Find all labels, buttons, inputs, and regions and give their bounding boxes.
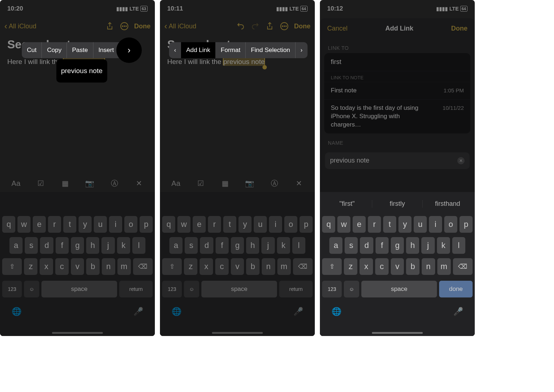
key-s[interactable]: s — [345, 237, 358, 254]
shift-key[interactable]: ⇧ — [2, 258, 22, 275]
key-a[interactable]: a — [9, 237, 23, 254]
key-j[interactable]: j — [261, 237, 274, 254]
search-result-1[interactable]: So today is the first day of using iPhon… — [324, 99, 470, 133]
emoji-key[interactable]: ☺ — [184, 281, 199, 297]
key-f[interactable]: f — [216, 237, 229, 254]
keyboard[interactable]: qwertyuiop asdfghjkl ⇧ zxcvbnm ⌫ 123 ☺ s… — [0, 192, 155, 336]
mic-icon[interactable]: 🎤 — [453, 307, 463, 316]
markup-icon[interactable]: Ⓐ — [269, 179, 280, 188]
search-result-0[interactable]: First note 1:05 PM — [324, 82, 470, 99]
table-icon[interactable]: ▦ — [220, 179, 230, 188]
key-b[interactable]: b — [246, 258, 260, 275]
emoji-key[interactable]: ☺ — [24, 281, 39, 297]
cancel-button[interactable]: Cancel — [327, 25, 348, 32]
key-u[interactable]: u — [414, 216, 427, 233]
key-t[interactable]: t — [383, 216, 396, 233]
suggestion-0[interactable]: "first" — [322, 200, 372, 208]
key-s[interactable]: s — [25, 237, 38, 254]
key-p[interactable]: p — [300, 216, 313, 233]
key-f[interactable]: f — [56, 237, 69, 254]
more-icon[interactable] — [120, 21, 129, 31]
numbers-key[interactable]: 123 — [322, 281, 342, 297]
emoji-key[interactable]: ☺ — [344, 281, 359, 297]
key-n[interactable]: n — [422, 258, 435, 275]
key-z[interactable]: z — [24, 258, 37, 275]
key-y[interactable]: y — [398, 216, 412, 233]
key-f[interactable]: f — [376, 237, 389, 254]
key-r[interactable]: r — [368, 216, 381, 233]
key-d[interactable]: d — [200, 237, 213, 254]
key-p[interactable]: p — [140, 216, 153, 233]
key-a[interactable]: a — [169, 237, 182, 254]
key-y[interactable]: y — [238, 216, 252, 233]
keyboard[interactable]: qwertyuiop asdfghjkl ⇧ zxcvbnm ⌫ 123 ☺ s… — [160, 192, 315, 336]
key-u[interactable]: u — [254, 216, 267, 233]
globe-icon[interactable]: 🌐 — [172, 307, 181, 316]
key-n[interactable]: n — [102, 258, 115, 275]
key-v[interactable]: v — [71, 258, 84, 275]
key-l[interactable]: l — [132, 237, 145, 254]
ctx-format[interactable]: Format — [216, 42, 246, 58]
backspace-key[interactable]: ⌫ — [453, 258, 473, 275]
ctx-paste[interactable]: Paste — [67, 42, 93, 58]
sheet-done-button[interactable]: Done — [451, 25, 467, 32]
key-w[interactable]: w — [177, 216, 190, 233]
key-k[interactable]: k — [277, 237, 290, 254]
ctx-add-link[interactable]: Add Link — [181, 42, 216, 58]
key-p[interactable]: p — [459, 216, 473, 233]
key-m[interactable]: m — [437, 258, 451, 275]
key-d[interactable]: d — [360, 237, 373, 254]
return-key[interactable]: return — [119, 281, 153, 297]
table-icon[interactable]: ▦ — [60, 179, 70, 188]
ctx-more-arrow[interactable]: › — [296, 42, 308, 58]
shift-key[interactable]: ⇧ — [322, 258, 342, 275]
key-m[interactable]: m — [277, 258, 291, 275]
key-j[interactable]: j — [421, 237, 434, 254]
done-button[interactable]: Done — [134, 23, 150, 30]
key-w[interactable]: w — [337, 216, 350, 233]
mic-icon[interactable]: 🎤 — [293, 307, 303, 316]
backspace-key[interactable]: ⌫ — [133, 258, 153, 275]
keyboard[interactable]: "first" firstly firsthand qwertyuiop asd… — [320, 192, 475, 336]
key-v[interactable]: v — [391, 258, 404, 275]
home-indicator[interactable] — [372, 332, 423, 334]
key-k[interactable]: k — [437, 237, 450, 254]
key-h[interactable]: h — [246, 237, 259, 254]
space-key[interactable]: space — [201, 281, 277, 297]
home-indicator[interactable] — [52, 332, 103, 334]
key-b[interactable]: b — [86, 258, 100, 275]
key-e[interactable]: e — [33, 216, 46, 233]
camera-icon[interactable]: 📷 — [245, 179, 255, 188]
key-x[interactable]: x — [360, 258, 373, 275]
key-g[interactable]: g — [231, 237, 244, 254]
key-d[interactable]: d — [40, 237, 53, 254]
globe-icon[interactable]: 🌐 — [332, 307, 341, 316]
redo-icon[interactable] — [250, 21, 260, 31]
close-toolbar-icon[interactable]: ✕ — [134, 179, 144, 188]
key-q[interactable]: q — [322, 216, 335, 233]
key-n[interactable]: n — [262, 258, 275, 275]
key-b[interactable]: b — [406, 258, 419, 275]
link-search-input[interactable]: first — [324, 53, 470, 71]
camera-icon[interactable]: 📷 — [85, 179, 95, 188]
ctx-cut[interactable]: Cut — [22, 42, 42, 58]
key-l[interactable]: l — [292, 237, 305, 254]
ctx-back-arrow[interactable]: ‹ — [169, 42, 181, 58]
selected-text[interactable]: previous note — [223, 57, 265, 66]
checklist-icon[interactable]: ☑ — [36, 179, 46, 188]
home-indicator[interactable] — [212, 332, 263, 334]
close-toolbar-icon[interactable]: ✕ — [294, 179, 304, 188]
key-c[interactable]: c — [55, 258, 69, 275]
key-w[interactable]: w — [17, 216, 31, 233]
back-button[interactable]: ‹ All iCloud — [164, 22, 196, 31]
key-x[interactable]: x — [40, 258, 53, 275]
markup-icon[interactable]: Ⓐ — [109, 179, 120, 188]
ctx-insert[interactable]: Insert — [93, 42, 120, 58]
key-o[interactable]: o — [124, 216, 137, 233]
ctx-find-selection[interactable]: Find Selection — [246, 42, 296, 58]
key-a[interactable]: a — [329, 237, 342, 254]
key-s[interactable]: s — [185, 237, 198, 254]
key-r[interactable]: r — [48, 216, 61, 233]
key-j[interactable]: j — [101, 237, 115, 254]
shift-key[interactable]: ⇧ — [162, 258, 182, 275]
